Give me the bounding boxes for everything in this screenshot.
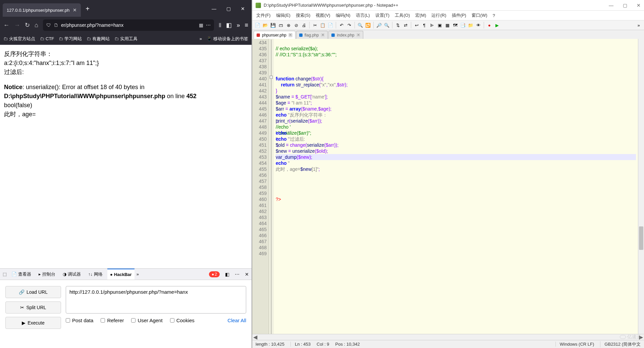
menu-encoding[interactable]: 编码(N) — [334, 12, 353, 19]
execute-button[interactable]: ▶ Execute — [5, 317, 61, 329]
paste-icon[interactable]: 📄 — [327, 22, 334, 28]
bookmark-item[interactable]: 🗀有趣网站 — [87, 36, 110, 42]
forward-button[interactable]: → — [14, 22, 20, 29]
find-icon[interactable]: 🔍 — [357, 22, 364, 28]
close-icon[interactable]: ✕ — [637, 3, 641, 8]
menu-settings[interactable]: 设置(T) — [373, 12, 392, 19]
cut-icon[interactable]: ✂ — [312, 22, 318, 28]
fold-column[interactable]: − — [269, 39, 274, 334]
devtools-close-icon[interactable]: ✕ — [245, 272, 249, 277]
bookmark-item[interactable]: 🗀学习网站 — [59, 36, 82, 42]
url-bar[interactable]: 🛡 🗋 er/phpunser.php/?name=hanx ▦ ⋯ — [43, 19, 214, 31]
menu-language[interactable]: 语言(L) — [354, 12, 372, 19]
replace-icon[interactable]: 🔁 — [365, 22, 371, 28]
split-url-button[interactable]: ✂ Split URL — [5, 301, 61, 314]
fold-icon[interactable]: ▣ — [436, 22, 443, 28]
wrap-icon[interactable]: ↩ — [413, 22, 420, 28]
menu-macro[interactable]: 宏(M) — [413, 12, 428, 19]
zoom-out-icon[interactable]: 🔍 — [383, 22, 390, 28]
maximize-icon[interactable]: ▢ — [623, 3, 627, 8]
post-data-checkbox[interactable]: Post data — [66, 318, 93, 323]
devtools-menu-icon[interactable]: ⋯ — [235, 272, 239, 277]
file-tab-phpunser[interactable]: phpunser.php✕ — [254, 31, 296, 39]
sync-h-icon[interactable]: ⇄ — [402, 22, 409, 28]
menu-plugins[interactable]: 插件(P) — [450, 12, 468, 19]
back-button[interactable]: ← — [3, 22, 9, 29]
overflow-icon[interactable]: » — [236, 22, 240, 29]
menu-help[interactable]: ? — [491, 12, 497, 19]
menu-window[interactable]: 窗口(W) — [470, 12, 489, 19]
cookies-checkbox[interactable]: Cookies — [170, 318, 195, 323]
maximize-icon[interactable]: ▢ — [226, 6, 231, 11]
minimize-icon[interactable]: — — [212, 6, 216, 11]
func-list-icon[interactable]: 📑 — [460, 22, 466, 28]
mobile-bookmarks[interactable]: 📱移动设备上的书签 — [207, 36, 248, 42]
unfold-icon[interactable]: ▦ — [444, 22, 451, 28]
save-all-icon[interactable]: 🗃 — [277, 22, 284, 28]
horizontal-scrollbar[interactable]: ◀ ▶ — [252, 334, 644, 340]
close-window-icon[interactable]: ✕ — [241, 6, 245, 11]
devtools-overflow-icon[interactable]: » — [137, 272, 139, 277]
clear-all-link[interactable]: Clear All — [227, 318, 246, 323]
fold-box-icon[interactable]: − — [270, 76, 273, 79]
menu-icon[interactable]: ≡ — [245, 22, 248, 29]
bookmark-overflow-icon[interactable]: » — [200, 36, 202, 41]
tab-close-icon[interactable]: ✕ — [321, 33, 325, 37]
devtools-tab-debugger[interactable]: ◑ 调试器 — [60, 269, 84, 280]
folder-icon[interactable]: 📁 — [467, 22, 474, 28]
close-file-icon[interactable]: ⊗ — [285, 22, 292, 28]
menu-edit[interactable]: 编辑(E) — [274, 12, 292, 19]
reload-button[interactable]: ↻ — [25, 21, 30, 29]
home-button[interactable]: ⌂ — [35, 22, 38, 29]
sidebar-icon[interactable]: ◧ — [226, 21, 232, 29]
hackbar-url-input[interactable] — [66, 286, 246, 314]
copy-icon[interactable]: 📋 — [319, 22, 326, 28]
devtools-tab-network[interactable]: ↑↓ 网络 — [86, 269, 105, 280]
code-area[interactable]: // echo serialize($a);// //O:1:"S":1:{s:… — [274, 39, 638, 334]
close-all-icon[interactable]: ⊘ — [293, 22, 300, 28]
file-tab-flag[interactable]: flag.php✕ — [296, 31, 328, 39]
record-icon[interactable]: ● — [486, 22, 493, 28]
menu-view[interactable]: 视图(V) — [314, 12, 332, 19]
play-icon[interactable]: ▶ — [494, 22, 500, 28]
monitor-icon[interactable]: 👁 — [475, 22, 482, 28]
doc-map-icon[interactable]: 🗺 — [452, 22, 459, 28]
tab-close-icon[interactable]: ✕ — [288, 33, 292, 37]
devtools-tab-hackbar[interactable]: ● HackBar — [107, 269, 135, 280]
dock-icon[interactable]: ◧ — [225, 272, 229, 277]
toolbar-overflow-icon[interactable]: » — [635, 22, 642, 28]
new-tab-button[interactable]: + — [86, 5, 90, 13]
sync-v-icon[interactable]: ⇅ — [394, 22, 401, 28]
code-editor[interactable]: 434 435 436 437 438 439 440 441 442 443 … — [252, 39, 644, 334]
minimize-icon[interactable]: — — [609, 3, 613, 8]
bookmark-item[interactable]: 🗀实用工具 — [114, 36, 138, 42]
tab-close-icon[interactable]: ✕ — [73, 7, 77, 13]
menu-tools[interactable]: 工具(O) — [393, 12, 412, 19]
indent-icon[interactable]: ⫸ — [429, 22, 435, 28]
error-badge[interactable]: ● 2 — [209, 271, 220, 277]
zoom-in-icon[interactable]: 🔎 — [376, 22, 382, 28]
menu-file[interactable]: 文件(F) — [254, 12, 273, 19]
devtools-picker-icon[interactable]: ⬚ — [3, 272, 7, 277]
devtools-tab-console[interactable]: ▸ 控制台 — [36, 269, 58, 280]
lock-icon[interactable]: 🗋 — [54, 22, 58, 28]
vertical-scrollbar[interactable] — [638, 39, 644, 334]
bookmark-item[interactable]: 🗀CTF — [40, 36, 54, 41]
browser-tab[interactable]: 127.0.0.1/phpunser/phpunser.ph ✕ — [3, 3, 81, 17]
menu-search[interactable]: 搜索(S) — [294, 12, 312, 19]
scroll-left-icon[interactable]: ◀ — [252, 334, 258, 340]
load-url-button[interactable]: 🔗 Load URL — [5, 286, 61, 298]
url-more-icon[interactable]: ⋯ — [206, 22, 211, 28]
library-icon[interactable]: ⫴ — [219, 22, 221, 29]
shield-icon[interactable]: 🛡 — [46, 22, 51, 28]
open-file-icon[interactable]: 📂 — [262, 22, 269, 28]
redo-icon[interactable]: ↷ — [346, 22, 353, 28]
menu-run[interactable]: 运行(R) — [429, 12, 448, 19]
bookmark-item[interactable]: 🗀火狐官方站点 — [3, 36, 35, 42]
qr-icon[interactable]: ▦ — [199, 22, 203, 28]
new-file-icon[interactable]: 📄 — [254, 22, 261, 28]
tab-close-icon[interactable]: ✕ — [356, 33, 360, 37]
file-tab-index[interactable]: index.php✕ — [328, 31, 363, 39]
devtools-tab-inspector[interactable]: 📄 查看器 — [9, 269, 34, 280]
show-all-icon[interactable]: ¶ — [421, 22, 428, 28]
